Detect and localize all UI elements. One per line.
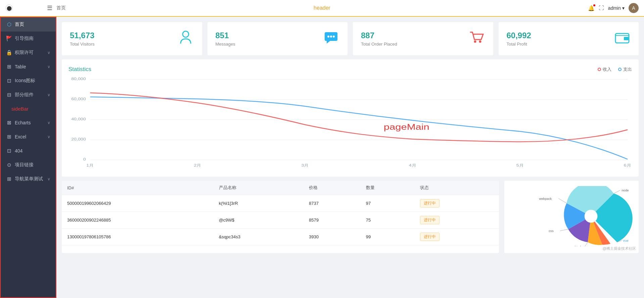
sidebar-item-label: 404 [15,148,50,154]
link-icon: ⊙ [6,162,12,168]
pie-chart-svg: node webpack css html Vue [510,186,633,246]
cell-name: &sqpc34s3 [214,229,304,245]
page-content: 51,673 Total Visitors 851 Messages [56,17,644,298]
nav-icon: ⊞ [6,176,12,182]
pie-chart-section: node webpack css html Vue @稀土掘金技术社区 [504,181,639,253]
cell-status: 进行中 [415,212,499,229]
svg-text:node: node [622,188,629,192]
sidebar-item-nav-test[interactable]: ⊞ 导航菜单测试 ∨ [1,172,56,186]
chart-header: Statistics 收入 支出 [68,66,632,73]
svg-text:60,000: 60,000 [71,97,86,101]
user-menu[interactable]: admin ▾ [608,5,625,11]
svg-text:2月: 2月 [194,163,201,167]
stat-card-orders: 887 Total Order Placed [353,22,493,55]
sidebar-item-icons[interactable]: ⊡ Icons图标 [1,74,56,88]
svg-text:⬤: ⬤ [7,6,12,11]
stat-label-orders: Total Order Placed [361,42,397,47]
data-table-section: ID# 产品名称 价格 数量 状态 500000199602066429 k(%… [62,181,499,253]
404-icon: ⊡ [6,148,12,154]
watermark: @稀土掘金技术社区 [603,246,636,251]
sidebar-item-label: 首页 [15,21,50,27]
svg-text:3月: 3月 [302,163,309,167]
cell-name: @c9W$ [214,212,304,229]
cell-qty: 75 [361,212,415,229]
header-left: ⬤ Vue Project ☰ 首页 [5,4,66,12]
sidebar-item-project-link[interactable]: ⊙ 项目链接 [1,158,56,172]
svg-text:20,000: 20,000 [71,137,86,141]
sidebar-red-label: sideBar [11,106,50,112]
notification-bell-icon[interactable]: 🔔 [588,5,595,11]
table-header-row: ID# 产品名称 价格 数量 状态 [62,181,499,195]
chart-section: Statistics 收入 支出 80,000 60,000 [62,59,639,177]
cell-id: 500000199602066429 [62,195,214,212]
sidebar-item-label: 导航菜单测试 [15,176,45,182]
stat-value-visitors: 51,673 [70,31,94,40]
svg-text:html: html [575,245,581,246]
status-badge: 进行中 [420,216,440,224]
main-layout: ⬡ 首页 🚩 引导指南 🔒 权限许可 ∨ ⊞ Table ∨ ⊡ Icons图标… [0,17,644,298]
stat-card-messages: 851 Messages [208,22,348,55]
logo-text: Vue Project [15,5,43,11]
sidebar-item-excel[interactable]: ⊞ Excel ∨ [1,130,56,144]
svg-text:css: css [549,229,554,233]
table-head: ID# 产品名称 价格 数量 状态 [62,181,499,195]
svg-rect-10 [624,37,629,40]
menu-toggle-icon[interactable]: ☰ [47,4,52,12]
sidebar-item-404[interactable]: ⊡ 404 [1,144,56,158]
col-status: 状态 [415,181,499,195]
chevron-down-icon: ∨ [47,64,50,69]
sidebar-item-label: 部分组件 [15,92,45,98]
svg-text:4月: 4月 [409,163,416,167]
sidebar-item-table[interactable]: ⊞ Table ∨ [1,60,56,74]
chart-title: Statistics [68,66,91,73]
chart-legend: 收入 支出 [598,66,632,72]
legend-expense-label: 支出 [623,66,632,72]
person-icon [177,29,194,49]
app-header: ⬤ Vue Project ☰ 首页 header 🔔 ⛶ admin ▾ A [0,0,644,17]
col-qty: 数量 [361,181,415,195]
svg-text:5月: 5月 [516,163,524,167]
avatar[interactable]: A [629,3,639,13]
sidebar-item-echarts[interactable]: ⊠ Echarts ∨ [1,116,56,130]
cell-id: 360000200902246885 [62,212,214,229]
cell-status: 进行中 [415,229,499,245]
sidebar-item-label: Icons图标 [15,78,50,84]
svg-point-28 [585,210,598,223]
breadcrumb: 首页 [56,5,66,11]
home-icon: ⬡ [6,21,12,27]
sidebar: ⬡ 首页 🚩 引导指南 🔒 权限许可 ∨ ⊞ Table ∨ ⊡ Icons图标… [0,17,56,298]
cell-price: 8579 [304,212,361,229]
sidebar-item-components[interactable]: ⊟ 部分组件 ∨ [1,88,56,102]
statistics-chart-svg: 80,000 60,000 40,000 20,000 0 1月 2月 3月 4… [68,76,632,170]
cell-qty: 99 [361,229,415,245]
col-id: ID# [62,181,214,195]
svg-point-4 [327,36,329,38]
sidebar-item-permission[interactable]: 🔒 权限许可 ∨ [1,46,56,60]
github-icon: ⬤ [5,4,13,12]
svg-line-35 [585,242,588,246]
cell-price: 8737 [304,195,361,212]
cell-name: k(%l1[3rR [214,195,304,212]
echarts-icon: ⊠ [6,120,12,126]
sidebar-item-home[interactable]: ⬡ 首页 [1,17,56,32]
sidebar-item-label: Echarts [15,120,45,125]
stats-row: 51,673 Total Visitors 851 Messages [62,22,639,55]
cell-price: 3930 [304,229,361,245]
svg-text:6月: 6月 [624,163,631,167]
stat-info-profit: 60,992 Total Profit [507,31,531,47]
sidebar-item-label: Table [15,64,45,69]
stat-value-orders: 887 [361,31,397,40]
sidebar-item-label: 权限许可 [15,50,45,56]
sidebar-item-guide[interactable]: 🚩 引导指南 [1,32,56,46]
status-badge: 进行中 [420,199,440,207]
col-name: 产品名称 [214,181,304,195]
svg-line-33 [560,229,568,231]
excel-icon: ⊞ [6,134,12,140]
user-name: admin [608,5,621,11]
svg-line-31 [558,198,566,203]
svg-text:1月: 1月 [86,163,94,167]
fullscreen-icon[interactable]: ⛶ [599,5,604,11]
user-dropdown-arrow: ▾ [622,5,625,11]
status-badge: 进行中 [420,233,440,241]
chevron-down-icon: ∨ [47,93,50,97]
